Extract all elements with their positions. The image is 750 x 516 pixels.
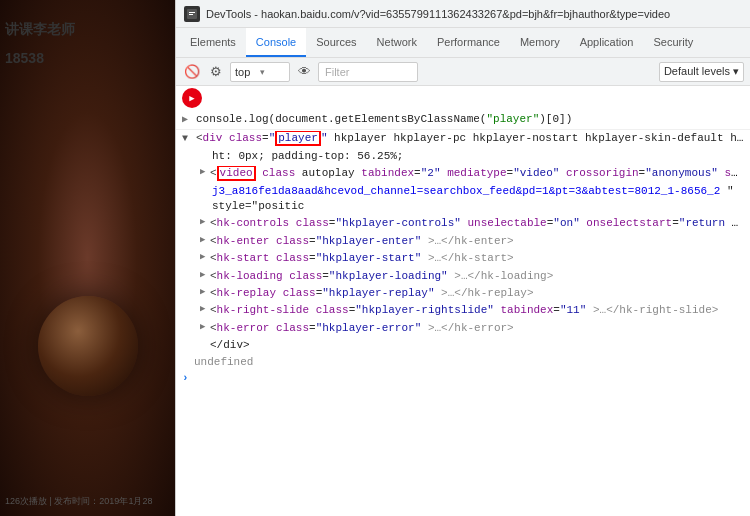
coffee-cup (38, 296, 138, 396)
icon-row: ▶ (176, 86, 750, 110)
hk-loading-row[interactable]: ▶ <hk-loading class="hkplayer-loading" >… (176, 268, 750, 285)
log-level-selector[interactable]: Default levels ▾ (659, 62, 744, 82)
context-value: top (235, 66, 260, 78)
expand-icon[interactable]: ▶ (182, 112, 194, 127)
console-prompt[interactable]: › (176, 370, 750, 386)
style-attr-row: ht: 0px; padding-top: 56.25%; (176, 148, 750, 165)
hk-start-row[interactable]: ▶ <hk-start class="hkplayer-start" >…</h… (176, 250, 750, 267)
eye-button[interactable]: 👁 (294, 62, 314, 82)
chevron-down-icon: ▾ (260, 67, 285, 77)
hk-start-text: <hk-start class="hkplayer-start" >…</hk-… (210, 251, 744, 266)
video-element-row[interactable]: ▶ <video class autoplay tabindex="2" med… (176, 165, 750, 182)
tab-network[interactable]: Network (367, 28, 427, 57)
context-selector[interactable]: top ▾ (230, 62, 290, 82)
hk-error-text: <hk-error class="hkplayer-error" >…</hk-… (210, 321, 744, 336)
hk-error-row[interactable]: ▶ <hk-error class="hkplayer-error" >…</h… (176, 320, 750, 337)
console-log-text: console.log(document.getElementsByClassN… (196, 112, 744, 127)
expand-replay-icon[interactable]: ▶ (200, 286, 210, 299)
expand-enter-icon[interactable]: ▶ (200, 234, 210, 247)
hk-controls-text: <hk-controls class="hkplayer-controls" u… (210, 216, 744, 231)
hk-replay-text: <hk-replay class="hkplayer-replay" >…</h… (210, 286, 744, 301)
video-src-cont-row: j3_a816fe1da8aad&hcevod_channel=searchbo… (176, 183, 750, 216)
expand-controls-icon[interactable]: ▶ (200, 216, 210, 229)
video-background: 讲课李老师 18538 126次播放 | 发布时间：2019年1月28 (0, 0, 175, 516)
tab-application[interactable]: Application (570, 28, 644, 57)
hk-loading-text: <hk-loading class="hkplayer-loading" >…<… (210, 269, 744, 284)
undefined-line: undefined (176, 354, 750, 370)
view-count: 126次播放 | 发布时间：2019年1月28 (5, 495, 152, 508)
tab-performance[interactable]: Performance (427, 28, 510, 57)
console-output: ▶ ▶ console.log(document.getElementsByCl… (176, 86, 750, 516)
teacher-name: 讲课李老师 (5, 20, 75, 40)
baidu-logo: ▶ (182, 88, 202, 108)
div-element-text: <div class="player" hkplayer hkplayer-pc… (196, 131, 744, 146)
svg-rect-1 (189, 12, 195, 13)
console-log-line[interactable]: ▶ console.log(document.getElementsByClas… (176, 110, 750, 130)
settings-button[interactable]: ⚙ (206, 62, 226, 82)
tab-memory[interactable]: Memory (510, 28, 570, 57)
tab-bar: Elements Console Sources Network Perform… (176, 28, 750, 58)
expand-rightslide-icon[interactable]: ▶ (200, 303, 210, 316)
hk-rightslide-row[interactable]: ▶ <hk-right-slide class="hkplayer-rights… (176, 302, 750, 319)
devtools-icon (184, 6, 200, 22)
filter-input[interactable]: Filter (318, 62, 418, 82)
svg-rect-2 (189, 14, 193, 15)
level-label: Default levels ▾ (664, 65, 739, 78)
hk-rightslide-text: <hk-right-slide class="hkplayer-rightsli… (210, 303, 744, 318)
div-expanded-row[interactable]: ▼ <div class="player" hkplayer hkplayer-… (176, 130, 750, 147)
hk-controls-row[interactable]: ▶ <hk-controls class="hkplayer-controls"… (176, 215, 750, 232)
tab-elements[interactable]: Elements (180, 28, 246, 57)
tab-console[interactable]: Console (246, 28, 306, 57)
style-text: ht: 0px; padding-top: 56.25%; (212, 149, 403, 164)
expand-error-icon[interactable]: ▶ (200, 321, 210, 334)
coffee-image (0, 0, 175, 516)
video-src-cont-text: j3_a816fe1da8aad&hcevod_channel=searchbo… (212, 184, 744, 215)
close-div-row: </div> (176, 337, 750, 354)
close-div-text: </div> (210, 338, 250, 353)
hk-replay-row[interactable]: ▶ <hk-replay class="hkplayer-replay" >…<… (176, 285, 750, 302)
phone-number: 18538 (5, 50, 44, 66)
video-text: <video class autoplay tabindex="2" media… (210, 166, 744, 181)
video-panel: 讲课李老师 18538 126次播放 | 发布时间：2019年1月28 (0, 0, 175, 516)
clear-console-button[interactable]: 🚫 (182, 62, 202, 82)
tab-security[interactable]: Security (643, 28, 703, 57)
expand-start-icon[interactable]: ▶ (200, 251, 210, 264)
devtools-title: DevTools - haokan.baidu.com/v?vid=635579… (206, 8, 670, 20)
title-bar: DevTools - haokan.baidu.com/v?vid=635579… (176, 0, 750, 28)
devtools-panel: DevTools - haokan.baidu.com/v?vid=635579… (175, 0, 750, 516)
hk-enter-text: <hk-enter class="hkplayer-enter" >…</hk-… (210, 234, 744, 249)
expand-video-icon[interactable]: ▶ (200, 166, 210, 179)
collapse-icon[interactable]: ▼ (182, 131, 194, 146)
tab-sources[interactable]: Sources (306, 28, 366, 57)
prompt-arrow: › (182, 372, 189, 384)
expand-loading-icon[interactable]: ▶ (200, 269, 210, 282)
hk-enter-row[interactable]: ▶ <hk-enter class="hkplayer-enter" >…</h… (176, 233, 750, 250)
undefined-text: undefined (194, 356, 253, 368)
console-toolbar: 🚫 ⚙ top ▾ 👁 Filter Default levels ▾ (176, 58, 750, 86)
